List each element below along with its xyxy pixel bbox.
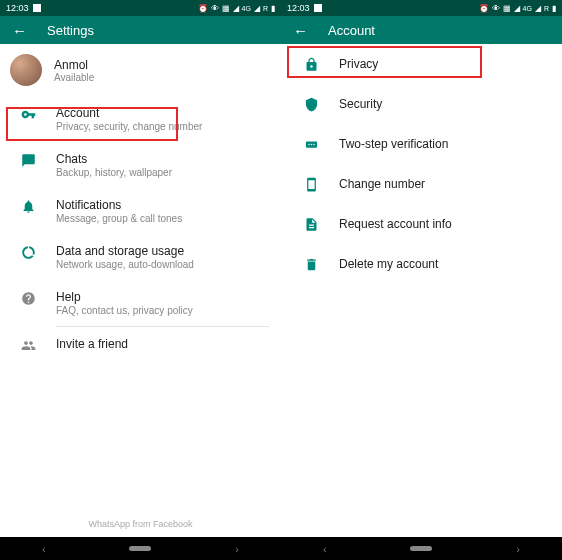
status-time: 12:03 [287, 3, 310, 13]
bell-icon [18, 198, 38, 214]
status-bar: 12:03 ⏰👁▦◢4G◢R▮ [281, 0, 562, 16]
status-bar: 12:03 ⏰👁▦◢4G◢R▮ [0, 0, 281, 16]
account-item-twostep[interactable]: Two-step verification [281, 124, 562, 164]
status-app-icon [314, 4, 322, 12]
nav-bar: ‹ › [281, 537, 562, 560]
account-content: Privacy Security Two-step verification [281, 44, 562, 537]
item-title: Data and storage usage [56, 244, 194, 258]
page-title: Account [328, 23, 375, 38]
nav-bar: ‹ › [0, 537, 281, 560]
account-item-security[interactable]: Security [281, 84, 562, 124]
key-icon [18, 106, 38, 122]
lock-icon [301, 56, 321, 72]
chat-icon [18, 152, 38, 168]
status-icons: ⏰👁▦◢4G◢R▮ [198, 4, 275, 13]
avatar [10, 54, 42, 86]
svg-point-3 [313, 144, 315, 146]
settings-item-account[interactable]: Account Privacy, security, change number [0, 96, 281, 142]
status-app-icon [33, 4, 41, 12]
item-sub: Message, group & call tones [56, 213, 182, 224]
profile-status: Available [54, 72, 94, 83]
phone-right: 12:03 ⏰👁▦◢4G◢R▮ ← Account Privacy Securi… [281, 0, 562, 560]
data-usage-icon [18, 244, 38, 260]
pin-icon [301, 136, 321, 152]
document-icon [301, 216, 321, 232]
item-title: Chats [56, 152, 172, 166]
item-title: Delete my account [339, 257, 438, 271]
account-item-privacy[interactable]: Privacy [281, 44, 562, 84]
svg-point-2 [310, 144, 312, 146]
account-item-request[interactable]: Request account info [281, 204, 562, 244]
item-sub: Backup, history, wallpaper [56, 167, 172, 178]
item-title: Change number [339, 177, 425, 191]
item-title: Two-step verification [339, 137, 448, 151]
help-icon [18, 290, 38, 306]
people-icon [18, 337, 38, 353]
profile-row[interactable]: Anmol Available [0, 44, 281, 96]
account-item-changenumber[interactable]: Change number [281, 164, 562, 204]
settings-item-chats[interactable]: Chats Backup, history, wallpaper [0, 142, 281, 188]
item-title: Privacy [339, 57, 378, 71]
item-title: Invite a friend [56, 337, 128, 351]
nav-back[interactable]: ‹ [42, 543, 46, 555]
trash-icon [301, 256, 321, 272]
status-time: 12:03 [6, 3, 29, 13]
profile-name: Anmol [54, 58, 94, 72]
item-title: Request account info [339, 217, 452, 231]
footer-text: WhatsApp from Facebook [0, 513, 281, 535]
shield-icon [301, 96, 321, 112]
settings-item-data[interactable]: Data and storage usage Network usage, au… [0, 234, 281, 280]
item-sub: FAQ, contact us, privacy policy [56, 305, 193, 316]
item-title: Help [56, 290, 193, 304]
page-title: Settings [47, 23, 94, 38]
back-button[interactable]: ← [12, 23, 27, 38]
back-button[interactable]: ← [293, 23, 308, 38]
settings-content: Anmol Available Account Privacy, securit… [0, 44, 281, 537]
item-title: Notifications [56, 198, 182, 212]
nav-home[interactable] [129, 546, 151, 551]
account-item-delete[interactable]: Delete my account [281, 244, 562, 284]
item-sub: Network usage, auto-download [56, 259, 194, 270]
phone-left: 12:03 ⏰👁▦◢4G◢R▮ ← Settings Anmol Availab… [0, 0, 281, 560]
app-bar: ← Settings [0, 16, 281, 44]
settings-item-invite[interactable]: Invite a friend [0, 327, 281, 363]
nav-recent[interactable]: › [235, 543, 239, 555]
phone-icon [301, 176, 321, 192]
nav-back[interactable]: ‹ [323, 543, 327, 555]
status-icons: ⏰👁▦◢4G◢R▮ [479, 4, 556, 13]
settings-item-notifications[interactable]: Notifications Message, group & call tone… [0, 188, 281, 234]
nav-recent[interactable]: › [516, 543, 520, 555]
item-sub: Privacy, security, change number [56, 121, 202, 132]
svg-point-1 [308, 144, 310, 146]
item-title: Account [56, 106, 202, 120]
nav-home[interactable] [410, 546, 432, 551]
item-title: Security [339, 97, 382, 111]
app-bar: ← Account [281, 16, 562, 44]
settings-item-help[interactable]: Help FAQ, contact us, privacy policy [0, 280, 281, 326]
